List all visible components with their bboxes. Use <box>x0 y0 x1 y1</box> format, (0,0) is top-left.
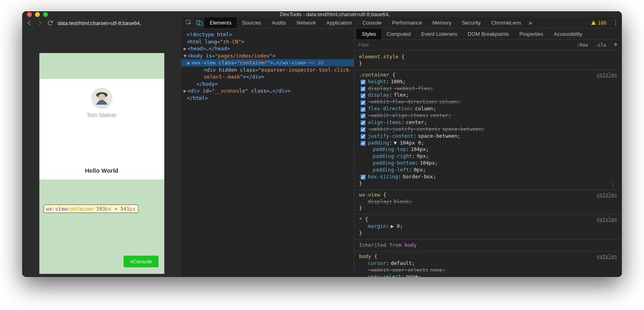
property-toggle[interactable] <box>361 134 365 139</box>
inspect-element-icon[interactable] <box>184 20 194 26</box>
property-toggle[interactable] <box>361 87 365 91</box>
device-pane: data:text/html;charset=utf-8;base64, Tom… <box>22 17 181 277</box>
dom-panel: <!doctype html><html lang="zh-CN">▶<head… <box>181 29 354 277</box>
css-declaration[interactable]: -webkit-flex-direction: column; <box>359 99 617 105</box>
tab-computed[interactable]: Computed <box>381 29 416 39</box>
css-declaration[interactable]: flex-direction: column; <box>359 105 617 112</box>
property-toggle[interactable] <box>361 175 365 180</box>
tab-application[interactable]: Application <box>321 17 357 28</box>
vconsole-button[interactable]: vConsole <box>124 256 158 267</box>
css-sub-declaration[interactable]: padding-right: 0px; <box>359 153 617 160</box>
tab-performance[interactable]: Performance <box>387 17 427 28</box>
css-declaration[interactable]: box-sizing: border-box; <box>359 174 617 180</box>
avatar <box>91 88 112 109</box>
reload-icon[interactable] <box>47 20 54 26</box>
main-tabs: ElementsSourcesAuditsNetworkApplicationC… <box>181 17 622 29</box>
warning-badge[interactable]: 166 <box>591 20 611 26</box>
tab-memory[interactable]: Memory <box>427 17 456 28</box>
tab-network[interactable]: Network <box>291 17 321 28</box>
css-declaration[interactable]: align-items: center; <box>359 119 617 126</box>
close-icon[interactable] <box>27 12 32 17</box>
device-toggle-icon[interactable] <box>194 20 204 26</box>
dom-tree[interactable]: <!doctype html><html lang="zh-CN">▶<head… <box>181 29 354 277</box>
property-toggle[interactable] <box>361 114 365 118</box>
cls-toggle[interactable]: .cls <box>592 41 610 49</box>
username-label: Tom Steiner <box>87 112 117 118</box>
styles-filter-input[interactable] <box>354 42 574 48</box>
css-declaration[interactable]: user-select: none; <box>359 273 617 277</box>
property-toggle[interactable] <box>361 127 365 132</box>
source-link[interactable]: <style> <box>597 72 617 78</box>
css-declaration[interactable]: -webkit-align-items: center; <box>359 112 617 119</box>
menu-icon[interactable]: ⋮ <box>611 19 619 27</box>
property-toggle[interactable] <box>361 107 365 112</box>
dom-line[interactable]: <html lang="zh-CN"> <box>181 38 354 45</box>
tab-accessibility[interactable]: Accessibility <box>549 29 588 39</box>
zoom-icon[interactable] <box>43 12 48 17</box>
css-declaration[interactable]: cursor: default; <box>359 260 617 267</box>
dom-line[interactable]: select--mask"></div> <box>181 73 354 81</box>
tab-dom-breakpoints[interactable]: DOM Breakpoints <box>462 29 514 39</box>
svg-rect-5 <box>199 22 202 25</box>
css-sub-declaration[interactable]: padding-top: 104px; <box>359 146 617 153</box>
css-declaration[interactable]: justify-content: space-between; <box>359 133 617 140</box>
tab-sources[interactable]: Sources <box>237 17 266 28</box>
devtools-window: DevTools - data:text/html;charset=utf-8;… <box>22 11 622 277</box>
titlebar: DevTools - data:text/html;charset=utf-8;… <box>22 11 622 17</box>
inspector-tooltip: wx-viewcontainer 393px × 541px <box>43 205 138 213</box>
css-declaration[interactable]: padding: ▼ 104px 0; <box>359 140 617 147</box>
property-toggle[interactable] <box>361 100 365 105</box>
dom-line[interactable]: </html> <box>181 95 354 102</box>
tab-audits[interactable]: Audits <box>266 17 291 28</box>
css-declaration[interactable]: -webkit-justify-content: space-between; <box>359 126 617 133</box>
css-sub-declaration[interactable]: padding-left: 0px; <box>359 167 617 174</box>
styles-panel: StylesComputedEvent ListenersDOM Breakpo… <box>354 29 622 277</box>
hov-toggle[interactable]: :hov <box>574 41 592 49</box>
dom-line[interactable]: ▶<head>…</head> <box>181 45 354 52</box>
source-link[interactable]: <style> <box>597 192 617 198</box>
more-tabs[interactable]: » <box>526 19 535 27</box>
dom-line[interactable]: <!doctype html> <box>181 31 354 38</box>
tab-console[interactable]: Console <box>357 17 387 28</box>
url-field[interactable]: data:text/html;charset=utf-8;base64, <box>58 20 141 26</box>
window-title: DevTools - data:text/html;charset=utf-8;… <box>53 11 617 17</box>
css-declaration[interactable]: display: -webkit-flex; <box>359 85 617 92</box>
css-declaration[interactable]: display: flex; <box>359 92 617 99</box>
dom-line[interactable]: </body> <box>181 81 354 88</box>
css-sub-declaration[interactable]: padding-bottom: 104px; <box>359 160 617 167</box>
property-toggle[interactable] <box>361 120 365 125</box>
new-rule-button[interactable]: + <box>609 41 622 49</box>
back-icon[interactable] <box>26 20 33 26</box>
minimize-icon[interactable] <box>35 12 40 17</box>
style-rules[interactable]: element.style {}.container {<style>heigh… <box>354 50 622 277</box>
property-toggle[interactable] <box>361 141 365 146</box>
tab-event-listeners[interactable]: Event Listeners <box>416 29 462 39</box>
tab-elements[interactable]: Elements <box>204 17 237 28</box>
device-viewport: Tom Steiner Hello World wx-viewcontainer… <box>39 53 165 274</box>
css-declaration[interactable]: height: 100%; <box>359 79 617 85</box>
dom-line[interactable]: …▶<wx-view class="container">…</wx-view>… <box>181 59 354 66</box>
forward-icon[interactable] <box>37 20 43 26</box>
source-link[interactable]: <style> <box>597 216 617 223</box>
css-declaration[interactable]: -webkit-user-select: none; <box>359 267 617 274</box>
hello-label: Hello World <box>85 167 118 174</box>
source-link[interactable]: <style> <box>597 253 617 260</box>
css-declaration[interactable]: display: block; <box>359 198 617 205</box>
css-declaration[interactable]: margin: ▶ 0; <box>359 223 617 230</box>
rule-menu-icon[interactable]: ⋮ <box>610 180 616 189</box>
tab-chromelens[interactable]: ChromeLens <box>486 17 526 28</box>
tab-styles[interactable]: Styles <box>357 29 381 39</box>
property-toggle[interactable] <box>361 80 365 85</box>
property-toggle[interactable] <box>361 93 365 98</box>
dom-line[interactable]: ▼<body is="pages/index/index"> <box>181 52 354 60</box>
dom-line[interactable]: ▶<div id="__vconsole" class>…</div> <box>181 87 354 95</box>
tab-security[interactable]: Security <box>456 17 486 28</box>
tab-properties[interactable]: Properties <box>514 29 549 39</box>
dom-line[interactable]: <div hidden class="exparser-inspector-to… <box>181 66 354 74</box>
